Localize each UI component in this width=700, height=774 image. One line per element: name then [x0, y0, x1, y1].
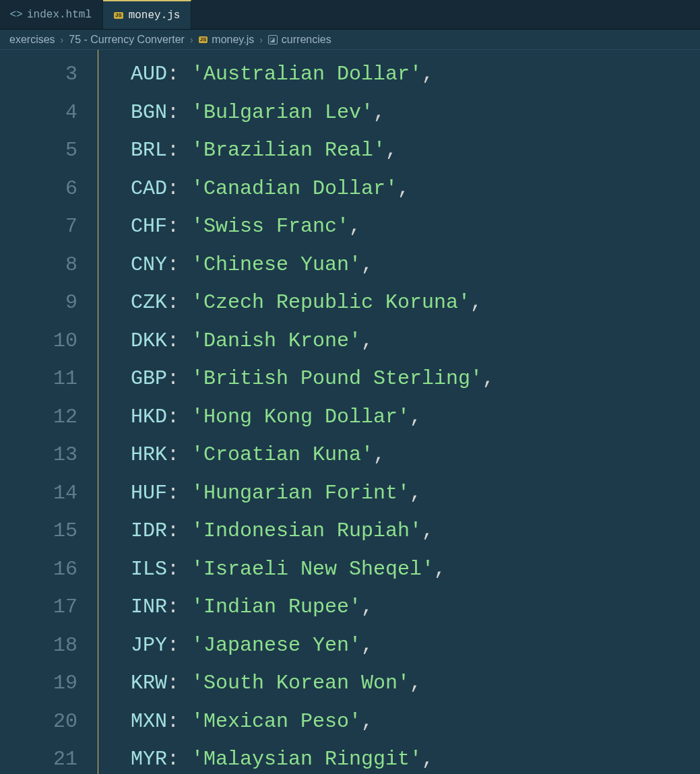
js-file-icon: JS: [114, 12, 123, 19]
code-line[interactable]: BGN: 'Bulgarian Lev',: [98, 94, 700, 132]
colon: :: [167, 367, 191, 390]
line-number: 19: [0, 664, 98, 703]
code-line[interactable]: AUD: 'Australian Dollar',: [98, 55, 700, 94]
code-line[interactable]: JPY: 'Japanese Yen',: [98, 626, 700, 665]
colon: :: [167, 519, 191, 542]
chevron-right-icon: ›: [190, 34, 193, 45]
line-number: 5: [0, 131, 98, 170]
string-literal: 'Swiss Franc': [191, 215, 349, 238]
object-key: ILS: [131, 558, 167, 581]
code-line[interactable]: DKK: 'Danish Krone',: [98, 322, 700, 360]
tab-bar: <> index.html JS money.js: [0, 0, 700, 30]
code-line[interactable]: IDR: 'Indonesian Rupiah',: [98, 512, 700, 550]
html-file-icon: <>: [11, 9, 22, 20]
colon: :: [167, 634, 191, 657]
object-key: DKK: [131, 329, 167, 352]
tab-label: index.html: [27, 9, 92, 21]
string-literal: 'Canadian Dollar': [191, 177, 397, 200]
object-key: MYR: [131, 748, 167, 771]
breadcrumb-item[interactable]: exercises: [9, 34, 55, 46]
comma: ,: [361, 595, 373, 618]
code-line[interactable]: HUF: 'Hungarian Forint',: [98, 474, 700, 513]
line-number: 12: [0, 398, 98, 437]
line-number: 8: [0, 246, 98, 284]
code-line[interactable]: CHF: 'Swiss Franc',: [98, 207, 700, 246]
code-line[interactable]: KRW: 'South Korean Won',: [98, 664, 700, 703]
string-literal: 'Australian Dollar': [191, 63, 422, 86]
comma: ,: [410, 672, 422, 695]
comma: ,: [361, 253, 373, 276]
colon: :: [167, 63, 191, 86]
code-line[interactable]: HRK: 'Croatian Kuna',: [98, 436, 700, 474]
breadcrumb-item[interactable]: 75 - Currency Converter: [69, 34, 185, 46]
code-line[interactable]: MYR: 'Malaysian Ringgit',: [98, 740, 700, 774]
code-line[interactable]: MXN: 'Mexican Peso',: [98, 703, 700, 741]
string-literal: 'Japanese Yen': [191, 634, 361, 657]
tab-index-html[interactable]: <> index.html: [0, 0, 103, 29]
colon: :: [167, 558, 191, 581]
line-number: 13: [0, 436, 98, 474]
breadcrumb-label: exercises: [9, 34, 55, 46]
comma: ,: [422, 519, 434, 542]
line-number: 14: [0, 474, 98, 513]
breadcrumb-label: money.js: [212, 34, 254, 46]
comma: ,: [482, 367, 495, 390]
code-content[interactable]: AUD: 'Australian Dollar',BGN: 'Bulgarian…: [98, 50, 700, 774]
code-line[interactable]: INR: 'Indian Rupee',: [98, 588, 700, 626]
breadcrumb-label: currencies: [282, 34, 331, 46]
comma: ,: [397, 177, 410, 200]
line-number: 21: [0, 740, 98, 774]
line-number: 9: [0, 284, 98, 322]
code-line[interactable]: CNY: 'Chinese Yuan',: [98, 246, 700, 284]
string-literal: 'Indian Rupee': [191, 595, 361, 618]
code-editor[interactable]: 3456789101112131415161718192021 AUD: 'Au…: [0, 50, 700, 774]
object-key: INR: [131, 595, 167, 618]
colon: :: [167, 595, 191, 618]
object-key: BGN: [131, 101, 167, 124]
colon: :: [167, 177, 191, 200]
object-key: CNY: [131, 253, 167, 276]
code-line[interactable]: CAD: 'Canadian Dollar',: [98, 170, 700, 208]
breadcrumbs: exercises › 75 - Currency Converter › JS…: [0, 30, 700, 50]
string-literal: 'Croatian Kuna': [191, 443, 373, 466]
line-number: 11: [0, 360, 98, 398]
breadcrumb-item[interactable]: JS money.js: [199, 34, 255, 46]
string-literal: 'Bulgarian Lev': [191, 101, 373, 124]
colon: :: [167, 672, 191, 695]
string-literal: 'Israeli New Sheqel': [191, 558, 434, 581]
string-literal: 'Indonesian Rupiah': [191, 519, 422, 542]
line-number: 4: [0, 94, 98, 132]
object-key: CHF: [131, 215, 167, 238]
comma: ,: [373, 101, 385, 124]
object-key: KRW: [131, 672, 167, 695]
line-number: 15: [0, 512, 98, 550]
colon: :: [167, 253, 191, 276]
string-literal: 'British Pound Sterling': [191, 367, 482, 390]
symbol-variable-icon: ◪: [268, 35, 278, 44]
code-line[interactable]: ILS: 'Israeli New Sheqel',: [98, 550, 700, 589]
line-number: 20: [0, 703, 98, 741]
colon: :: [167, 291, 191, 314]
string-literal: 'Hong Kong Dollar': [191, 406, 410, 428]
breadcrumb-item[interactable]: ◪ currencies: [268, 34, 331, 46]
tab-money-js[interactable]: JS money.js: [103, 0, 191, 29]
comma: ,: [422, 748, 434, 771]
string-literal: 'Malaysian Ringgit': [191, 748, 422, 771]
code-line[interactable]: HKD: 'Hong Kong Dollar',: [98, 398, 700, 437]
string-literal: 'Czech Republic Koruna': [191, 291, 470, 314]
line-number: 10: [0, 322, 98, 360]
comma: ,: [410, 406, 422, 428]
line-number: 18: [0, 626, 98, 665]
colon: :: [167, 710, 191, 733]
string-literal: 'Danish Krone': [191, 329, 361, 352]
object-key: HKD: [131, 406, 167, 428]
object-key: AUD: [131, 63, 167, 86]
colon: :: [167, 482, 191, 505]
code-line[interactable]: CZK: 'Czech Republic Koruna',: [98, 284, 700, 322]
tab-label: money.js: [129, 9, 181, 22]
code-line[interactable]: BRL: 'Brazilian Real',: [98, 131, 700, 170]
object-key: MXN: [131, 710, 167, 733]
code-line[interactable]: GBP: 'British Pound Sterling',: [98, 360, 700, 398]
object-key: HUF: [131, 482, 167, 505]
comma: ,: [470, 291, 482, 314]
